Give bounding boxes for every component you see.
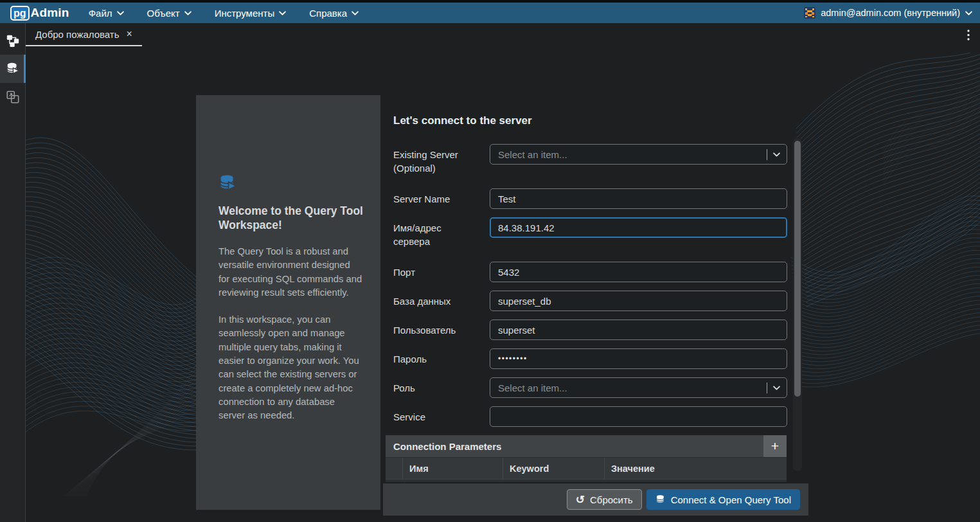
menu-list: Файл Объект Инструменты Справка — [89, 8, 359, 19]
tab-bar: Добро пожаловать × — [26, 23, 980, 46]
field-label: Пользователь — [393, 320, 477, 337]
decorative-waves-left — [26, 136, 206, 496]
sidebar-item-query-tool-workspace[interactable] — [0, 55, 25, 83]
menu-object-label: Объект — [147, 8, 180, 19]
field-label: Пароль — [393, 348, 477, 366]
form-row-existing-server: Existing Server (Optional) Select an ite… — [383, 144, 808, 175]
server-name-input[interactable] — [490, 188, 787, 209]
host-address-input[interactable] — [490, 217, 787, 238]
kebab-menu-icon — [967, 30, 970, 40]
field-label: База данных — [393, 291, 477, 308]
database-input[interactable] — [490, 291, 787, 311]
menu-tools[interactable]: Инструменты — [215, 8, 287, 19]
form-row-port: Порт — [383, 262, 808, 282]
workspace-sidebar — [0, 23, 26, 522]
column-header-value: Значение — [605, 458, 787, 479]
form-row-password: Пароль — [383, 348, 808, 369]
chevron-down-icon — [965, 11, 972, 15]
tab-welcome-label: Добро пожаловать — [35, 29, 120, 40]
chevron-down-icon — [117, 11, 124, 15]
select-separator — [767, 149, 767, 160]
parameters-table-row-stub — [386, 479, 787, 482]
parameters-table-header: Имя Keyword Значение — [386, 457, 787, 479]
connection-parameters-panel: Connection Parameters + Имя Keyword Знач… — [386, 435, 787, 482]
form-scrollbar-thumb[interactable] — [794, 141, 801, 397]
menu-tools-label: Инструменты — [215, 8, 275, 19]
workspace-content: Welcome to the Query Tool Workspace! The… — [26, 46, 980, 522]
tab-bar-kebab-menu[interactable] — [957, 23, 980, 46]
query-tool-database-icon — [218, 174, 238, 193]
user-avatar — [804, 7, 815, 19]
welcome-paragraph: The Query Tool is a robust and versatile… — [218, 245, 364, 300]
form-scrollbar-track[interactable] — [793, 138, 802, 471]
user-menu-label: admin@admin.com (внутренний) — [821, 8, 960, 18]
form-row-username: Пользователь — [383, 320, 808, 340]
reset-button-label: Сбросить — [590, 494, 633, 505]
username-input[interactable] — [490, 320, 787, 340]
field-label: Service — [393, 406, 477, 424]
chevron-down-icon — [352, 11, 359, 15]
form-row-database: База данных — [383, 291, 808, 311]
sidebar-item-object-explorer[interactable] — [0, 26, 25, 55]
menu-help-label: Справка — [309, 8, 347, 19]
menu-object[interactable]: Объект — [147, 8, 192, 19]
field-label: Роль — [393, 377, 477, 395]
connect-button-label: Connect & Open Query Tool — [671, 494, 791, 505]
column-header-keyword: Keyword — [503, 458, 605, 479]
select-separator — [767, 382, 767, 393]
select-indicators — [767, 382, 780, 393]
form-row-service: Service — [383, 406, 808, 427]
user-menu[interactable]: admin@admin.com (внутренний) — [804, 7, 972, 19]
welcome-card: Welcome to the Query Tool Workspace! The… — [196, 95, 380, 510]
field-label: Existing Server (Optional) — [393, 144, 477, 175]
chevron-down-icon — [279, 11, 286, 15]
form-row-role: Роль Select an item... — [383, 377, 808, 398]
password-input[interactable] — [490, 348, 787, 369]
decorative-waves-right — [787, 53, 980, 458]
database-icon — [655, 494, 666, 505]
add-parameter-button[interactable]: + — [763, 435, 787, 457]
menu-help[interactable]: Справка — [309, 8, 359, 19]
column-header-name: Имя — [403, 458, 503, 479]
form-row-host-address: Имя/адрес сервера — [383, 217, 808, 248]
sidebar-item-psql-tool-workspace[interactable] — [0, 83, 25, 111]
service-input[interactable] — [490, 406, 787, 427]
close-icon[interactable]: × — [127, 29, 132, 39]
selector-column-header — [386, 458, 403, 479]
form-footer: ↺ Сбросить Connect & Open Query Tool — [383, 483, 808, 516]
role-select[interactable]: Select an item... — [490, 377, 787, 398]
connection-parameters-title: Connection Parameters — [393, 441, 501, 452]
pgadmin-logo-admin: Admin — [31, 6, 69, 20]
form-row-server-name: Server Name — [383, 188, 808, 209]
welcome-title: Welcome to the Query Tool Workspace! — [218, 204, 364, 232]
main-menubar: pg Admin Файл Объект Инструменты Справка — [0, 3, 980, 23]
form-title: Let's connect to the server — [393, 114, 808, 129]
existing-server-select[interactable]: Select an item... — [490, 144, 787, 165]
connect-open-query-tool-button[interactable]: Connect & Open Query Tool — [646, 489, 800, 510]
reset-icon: ↺ — [576, 494, 585, 505]
plus-icon: + — [771, 438, 779, 454]
select-indicators — [767, 149, 780, 160]
tab-welcome[interactable]: Добро пожаловать × — [26, 23, 142, 46]
select-placeholder: Select an item... — [498, 382, 567, 393]
field-label: Server Name — [393, 188, 477, 206]
pgadmin-logo: pg Admin — [10, 6, 69, 21]
field-label: Порт — [393, 262, 477, 279]
query-tool-database-icon — [6, 62, 20, 76]
reset-button[interactable]: ↺ Сбросить — [567, 489, 642, 510]
pgadmin-logo-pg: pg — [10, 6, 30, 21]
object-explorer-icon — [6, 33, 20, 48]
chevron-down-icon — [184, 11, 192, 15]
chevron-down-icon — [773, 386, 780, 390]
menu-file[interactable]: Файл — [89, 8, 124, 19]
select-placeholder: Select an item... — [498, 149, 567, 160]
connect-form: Let's connect to the server Existing Ser… — [383, 114, 808, 516]
connection-parameters-header: Connection Parameters + — [386, 435, 787, 457]
menu-file-label: Файл — [89, 8, 112, 19]
chevron-down-icon — [773, 152, 780, 157]
port-input[interactable] — [490, 262, 787, 282]
field-label: Имя/адрес сервера — [393, 217, 477, 248]
pgadmin-window: pg Admin Файл Объект Инструменты Справка — [0, 0, 980, 522]
welcome-paragraph: In this workspace, you can seamlessly op… — [218, 313, 364, 422]
swap-windows-icon — [6, 90, 20, 104]
